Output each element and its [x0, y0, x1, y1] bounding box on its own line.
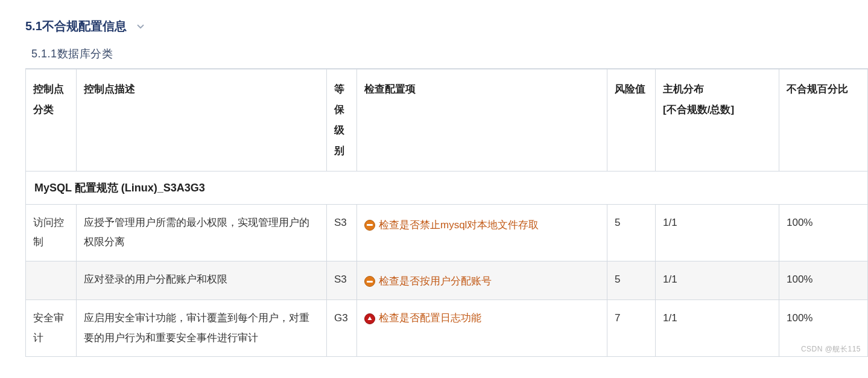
section-title[interactable]: 5.1不合规配置信息 [25, 18, 146, 34]
critical-icon [364, 313, 375, 324]
config-table-wrap: MySQL 配置规范 (Linux)_S3A3G3 控制点分类 控制点描述 等保… [25, 68, 868, 357]
chevron-down-icon [135, 21, 146, 32]
cell-risk: 7 [607, 300, 656, 357]
table-row: 应对登录的用户分配账户和权限S3检查是否按用户分配账号51/1100% [26, 261, 868, 300]
col-level: 等保级别 [327, 69, 357, 171]
check-item-link[interactable]: 检查是否配置日志功能 [364, 309, 481, 328]
cell-check-item: 检查是否按用户分配账号 [357, 261, 607, 300]
cell-distribution: 1/1 [656, 205, 779, 261]
col-pct: 不合规百分比 [779, 69, 868, 171]
cell-pct: 100% [779, 205, 868, 261]
col-distribution-sub: [不合规数/总数] [663, 104, 734, 115]
cell-level: S3 [327, 205, 357, 261]
col-check-item: 检查配置项 [357, 69, 607, 171]
col-description: 控制点描述 [77, 69, 327, 171]
cell-level: G3 [327, 300, 357, 357]
cell-level: S3 [327, 261, 357, 300]
cell-category [26, 261, 77, 300]
cell-description: 应授予管理用户所需的最小权限，实现管理用户的权限分离 [77, 205, 327, 261]
section-title-text: 5.1不合规配置信息 [25, 18, 127, 34]
cell-distribution: 1/1 [656, 300, 779, 357]
cell-pct: 100% [779, 261, 868, 300]
cell-description: 应启用安全审计功能，审计覆盖到每个用户，对重要的用户行为和重要安全事件进行审计 [77, 300, 327, 357]
col-distribution-label: 主机分布 [663, 83, 704, 95]
table-title: MySQL 配置规范 (Linux)_S3A3G3 [26, 171, 868, 205]
table-row: 安全审计应启用安全审计功能，审计覆盖到每个用户，对重要的用户行为和重要安全事件进… [26, 300, 868, 357]
check-item-link[interactable]: 检查是否按用户分配账号 [364, 272, 492, 291]
cell-risk: 5 [607, 261, 656, 300]
cell-pct: 100% [779, 300, 868, 357]
warning-icon [364, 276, 375, 287]
warning-icon [364, 220, 375, 231]
check-item-text: 检查是否配置日志功能 [379, 309, 481, 328]
check-item-text: 检查是否按用户分配账号 [379, 272, 492, 291]
cell-risk: 5 [607, 205, 656, 261]
col-risk: 风险值 [607, 69, 656, 171]
config-table: MySQL 配置规范 (Linux)_S3A3G3 控制点分类 控制点描述 等保… [25, 69, 868, 357]
col-category: 控制点分类 [26, 69, 77, 171]
cell-category: 安全审计 [26, 300, 77, 357]
table-title-row: MySQL 配置规范 (Linux)_S3A3G3 [26, 171, 868, 205]
cell-category: 访问控制 [26, 205, 77, 261]
cell-check-item: 检查是否配置日志功能 [357, 300, 607, 357]
table-row: 访问控制应授予管理用户所需的最小权限，实现管理用户的权限分离S3检查是否禁止my… [26, 205, 868, 261]
cell-description: 应对登录的用户分配账户和权限 [77, 261, 327, 300]
cell-check-item: 检查是否禁止mysql对本地文件存取 [357, 205, 607, 261]
check-item-text: 检查是否禁止mysql对本地文件存取 [379, 216, 539, 235]
subsection-title: 5.1.1数据库分类 [31, 46, 868, 61]
check-item-link[interactable]: 检查是否禁止mysql对本地文件存取 [364, 216, 539, 235]
cell-distribution: 1/1 [656, 261, 779, 300]
table-header-row: 控制点分类 控制点描述 等保级别 检查配置项 风险值 主机分布 [不合规数/总数… [26, 69, 868, 171]
col-distribution: 主机分布 [不合规数/总数] [656, 69, 779, 171]
